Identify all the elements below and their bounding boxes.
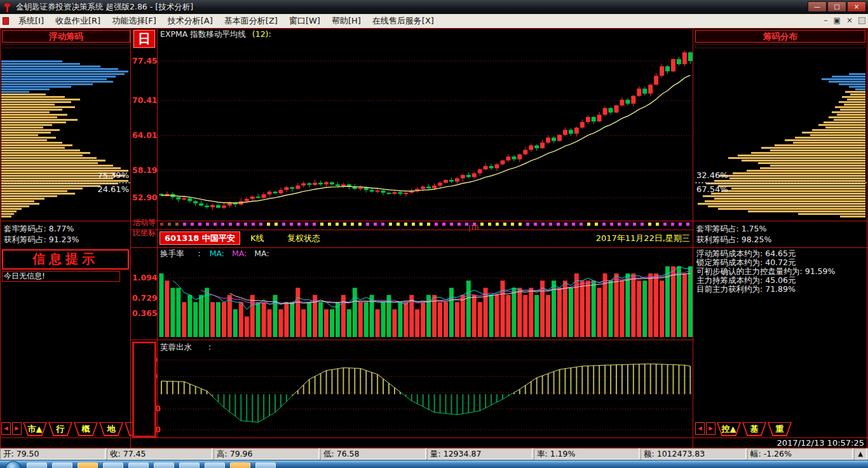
hist-bar xyxy=(1,124,52,126)
hist-bar xyxy=(785,139,865,141)
menu-item[interactable]: 帮助[H] xyxy=(326,15,367,26)
tab-label: 基 xyxy=(743,423,765,435)
hist-bar xyxy=(855,88,865,90)
tab-scroll-right-button[interactable]: ▶ xyxy=(12,422,22,435)
oscillator-chart[interactable] xyxy=(158,341,693,437)
candlestick-chart[interactable] xyxy=(158,29,693,221)
minimize-button[interactable]: — xyxy=(808,1,827,12)
fuquan-status-button[interactable]: 复权状态 xyxy=(287,233,320,244)
divider-line xyxy=(693,28,693,448)
tab-行[interactable]: 行 xyxy=(48,422,72,436)
hist-bar xyxy=(829,81,865,83)
taskbar-icon[interactable] xyxy=(78,462,98,468)
signal-dot xyxy=(663,223,667,226)
hist-bar xyxy=(1,157,97,159)
hist-bar xyxy=(1,155,83,156)
menu-item[interactable]: 技术分析[A] xyxy=(162,15,219,26)
menu-item[interactable]: 系统[I] xyxy=(13,15,50,26)
signal-dot xyxy=(320,223,323,226)
hist-bar xyxy=(1,65,100,67)
info-hint-title: 信息提示 xyxy=(2,249,129,270)
hist-bar xyxy=(718,185,865,187)
tab-控[interactable]: 控▲ xyxy=(717,422,741,436)
hist-bar xyxy=(1,147,65,149)
kline-button[interactable]: K线 xyxy=(250,233,264,244)
hist-bar xyxy=(775,144,865,146)
taskbar-icon[interactable] xyxy=(179,462,200,468)
taskbar-icon[interactable] xyxy=(230,462,250,468)
status-up-arrow[interactable]: ▲ xyxy=(854,448,867,460)
left-pct-below: 24.61% xyxy=(1,184,129,194)
maximize-button[interactable]: □ xyxy=(827,1,846,12)
tab-scroll-left-button[interactable]: ◀ xyxy=(1,422,11,435)
right-pct-below: 67.54% xyxy=(696,184,728,194)
signal-dot-strip xyxy=(160,222,691,228)
hist-bar xyxy=(802,132,865,134)
hist-bar xyxy=(1,205,29,207)
hist-bar xyxy=(1,129,60,131)
hist-bar xyxy=(731,188,865,189)
signal-dot xyxy=(633,223,636,226)
hist-bar xyxy=(829,116,865,118)
hist-bar xyxy=(832,76,865,78)
menu-item[interactable]: 功能选择[F] xyxy=(106,15,162,26)
right-panel-title: 筹码分布 xyxy=(695,30,865,43)
close-button[interactable]: × xyxy=(847,1,866,12)
signal-dot xyxy=(587,223,590,226)
taskbar-icon[interactable] xyxy=(27,462,47,468)
taskbar-icon[interactable] xyxy=(103,462,123,468)
hist-bar xyxy=(1,216,11,217)
mdi-minimize-icon[interactable]: – xyxy=(824,16,828,25)
left-panel-title: 浮动筹码 xyxy=(2,30,130,43)
tab-地[interactable]: 地 xyxy=(99,422,123,436)
signal-dot xyxy=(374,223,377,226)
floating-chips-histogram xyxy=(1,59,130,222)
signal-dot xyxy=(198,223,201,226)
hist-bar xyxy=(758,162,865,164)
tab-基[interactable]: 基 xyxy=(742,422,766,436)
hist-bar xyxy=(1,88,50,90)
taskbar-icon[interactable] xyxy=(52,462,72,468)
right-profit-chips: 获利筹码占: 98.25% xyxy=(696,235,771,245)
tab-label: 行 xyxy=(50,423,71,435)
hist-bar xyxy=(1,68,118,70)
hist-bar xyxy=(1,73,125,75)
turnover-chart[interactable] xyxy=(158,248,693,340)
start-button[interactable] xyxy=(5,461,22,468)
menu-corner-icon[interactable] xyxy=(858,17,865,24)
info-hint-body: 今日无信息! xyxy=(2,271,120,282)
signal-dot xyxy=(496,223,499,226)
menu-item[interactable]: 收盘作业[R] xyxy=(50,15,106,26)
hist-bar xyxy=(849,86,865,88)
menu-item[interactable]: 基本面分析[Z] xyxy=(219,15,283,26)
signal-dot xyxy=(397,223,400,226)
tab-scroll-left-button[interactable]: ◀ xyxy=(695,422,705,435)
windows-taskbar xyxy=(0,460,868,468)
signal-dot xyxy=(610,223,613,226)
tab-市[interactable]: 市▲ xyxy=(23,422,47,436)
hist-bar xyxy=(1,142,62,144)
clock-timestamp: 2017/12/13 10:57:25 xyxy=(777,438,864,448)
signal-dot xyxy=(244,223,247,226)
mdi-restore-icon[interactable]: ▣ xyxy=(834,16,841,25)
symbol-label[interactable]: 601318 中国平安 xyxy=(159,231,240,245)
signal-dot xyxy=(313,223,316,226)
taskbar-icon[interactable] xyxy=(128,462,149,468)
menu-item[interactable]: 窗口[W] xyxy=(283,15,326,26)
tab-概[interactable]: 概 xyxy=(74,422,98,436)
mdi-close-icon[interactable]: × xyxy=(846,16,853,25)
turnover-axis-label: 1.094 xyxy=(132,273,154,282)
menu-item[interactable]: 在线售后服务[X] xyxy=(367,15,440,26)
taskbar-icon[interactable] xyxy=(154,462,174,468)
price-axis-label: 58.19 xyxy=(132,165,154,175)
hist-bar xyxy=(1,104,55,106)
taskbar-icon[interactable] xyxy=(205,462,225,468)
status-field: 量: 12934.87 xyxy=(427,448,532,460)
hist-bar xyxy=(1,160,105,162)
taskbar-icon[interactable] xyxy=(255,462,276,468)
signal-dot xyxy=(595,223,598,226)
hist-bar xyxy=(832,111,865,113)
hist-bar xyxy=(1,63,80,65)
tab-scroll-right-button[interactable]: ▶ xyxy=(706,422,715,435)
tab-重[interactable]: 重 xyxy=(768,422,792,436)
